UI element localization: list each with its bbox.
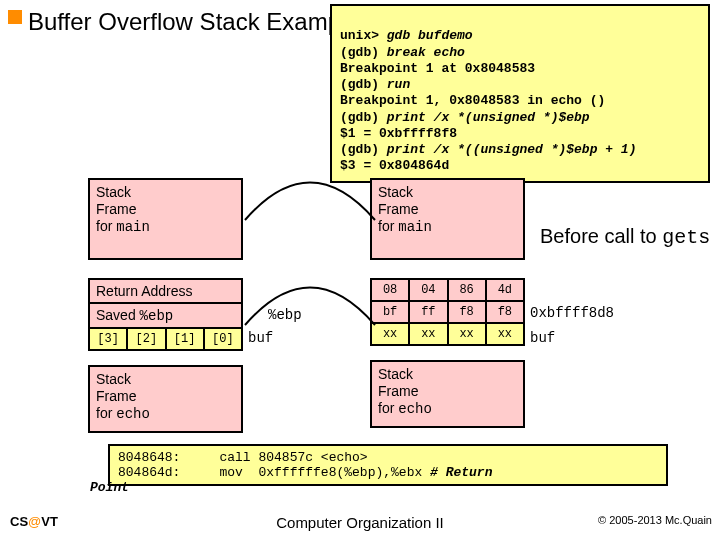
slide-bullet-icon bbox=[8, 10, 22, 24]
before-call-label: Before call to gets bbox=[540, 225, 710, 249]
slide-title: Buffer Overflow Stack Example bbox=[28, 8, 360, 37]
gdb-terminal: unix> gdb bufdemo (gdb) break echo Break… bbox=[330, 4, 710, 183]
saved-ebp-cell-left: Saved %ebp bbox=[88, 304, 243, 329]
return-point-label: Point bbox=[90, 480, 129, 495]
stack-frame-echo-left: Stack Frame for echo bbox=[88, 365, 243, 433]
return-address-bytes-right: 08 04 86 4d bbox=[370, 278, 525, 302]
label-buf-left: buf bbox=[248, 330, 273, 346]
footer: CS@VT Computer Organization II © 2005-20… bbox=[0, 514, 720, 534]
stack-frame-main-right: Stack Frame for main bbox=[370, 178, 525, 260]
frame-connector-arc bbox=[230, 165, 390, 335]
stack-frame-echo-right: Stack Frame for echo bbox=[370, 360, 525, 428]
stack-right: Stack Frame for main 08 04 86 4d bf ff f… bbox=[370, 178, 525, 428]
buf-row-right: xx xx xx xx bbox=[370, 324, 525, 346]
buf-row-left: [3] [2] [1] [0] bbox=[88, 329, 243, 351]
label-ebp-left: %ebp bbox=[268, 307, 302, 323]
disassembly-box: 8048648: call 804857c <echo> 804864d: mo… bbox=[108, 444, 668, 486]
saved-ebp-bytes-right: bf ff f8 f8 bbox=[370, 302, 525, 324]
label-saved-right: 0xbffff8d8 bbox=[530, 305, 614, 321]
stack-left: Stack Frame for main Return Address Save… bbox=[88, 178, 243, 433]
label-buf-right: buf bbox=[530, 330, 555, 346]
footer-right: © 2005-2013 Mc.Quain bbox=[598, 514, 712, 526]
return-address-cell-left: Return Address bbox=[88, 278, 243, 304]
stack-frame-main-left: Stack Frame for main bbox=[88, 178, 243, 260]
